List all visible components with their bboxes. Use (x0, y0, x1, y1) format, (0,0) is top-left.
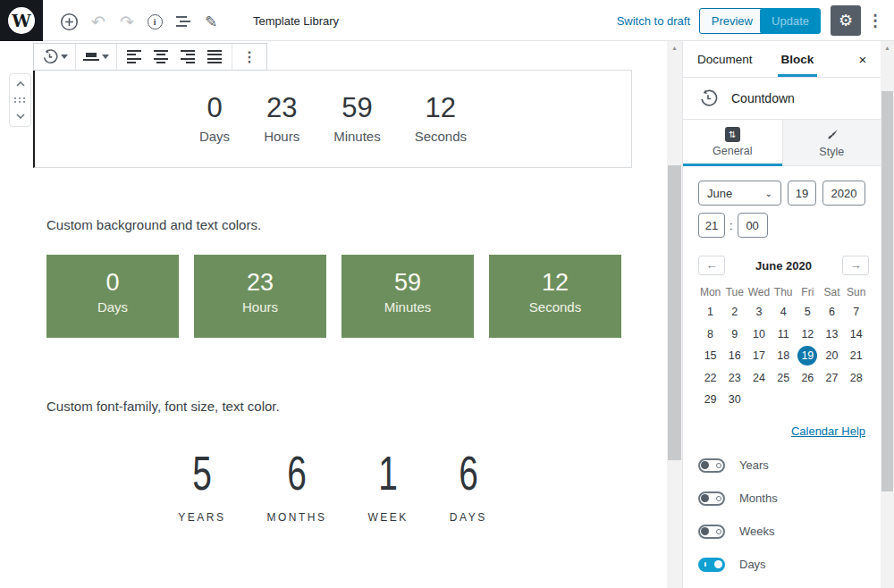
editor-canvas: ⋮ 0 Days 23 Hours (0, 41, 667, 588)
toggle-weeks[interactable] (698, 525, 725, 539)
close-icon: × (859, 52, 867, 67)
canvas-scrollbar[interactable]: ▲ (667, 41, 682, 588)
sidebar-scrollbar-thumb[interactable] (881, 91, 893, 491)
countdown-value: 59 (333, 92, 381, 124)
scroll-up-arrow-icon[interactable]: ▲ (667, 41, 682, 55)
block-inserter-button[interactable] (56, 9, 81, 34)
text-align-center-button[interactable] (148, 44, 174, 70)
more-dots-icon: ⋮ (867, 12, 883, 29)
more-options-button[interactable]: ⋮ (864, 9, 887, 32)
countdown-block-custom-font[interactable]: 5 YEARS 6 MONTHS 1 WEEK 6 DAYS (33, 445, 632, 524)
calendar-day[interactable]: 29 (698, 389, 722, 411)
countdown-block-selected[interactable]: 0 Days 23 Hours 59 Minutes 12 Seconds (33, 70, 632, 168)
calendar-day[interactable]: 26 (796, 367, 820, 390)
canvas-scrollbar-thumb[interactable] (668, 165, 681, 460)
paragraph-block-colors-caption[interactable]: Custom background and text colors. (46, 217, 261, 232)
block-toolbar: ⋮ (33, 43, 267, 71)
redo-button[interactable]: ↷ (114, 9, 139, 34)
countdown-value: 23 (264, 92, 299, 124)
tab-general[interactable]: ⇅ General (683, 120, 782, 166)
day-input[interactable] (788, 181, 816, 206)
calendar-day[interactable]: 9 (722, 323, 746, 346)
calendar-day[interactable]: 25 (772, 367, 796, 390)
calendar-day[interactable]: 28 (844, 367, 868, 390)
minute-input[interactable] (738, 213, 768, 238)
hour-input[interactable] (698, 213, 725, 238)
countdown-label: Minutes (333, 129, 381, 144)
text-align-left-button[interactable] (121, 44, 148, 70)
edit-mode-button[interactable]: ✎ (198, 9, 224, 34)
countdown-label: YEARS (178, 511, 225, 524)
calendar-day[interactable]: 20 (820, 345, 844, 367)
undo-button[interactable]: ↶ (86, 9, 111, 34)
calendar-day[interactable]: 4 (772, 301, 796, 323)
calendar-day[interactable]: 15 (698, 345, 722, 367)
block-more-options-button[interactable]: ⋮ (236, 44, 263, 70)
tab-document[interactable]: Document (683, 41, 767, 77)
tab-block[interactable]: Block (767, 41, 829, 77)
calendar-next-month-button[interactable]: → (842, 256, 869, 275)
countdown-label: Seconds (415, 129, 467, 144)
align-left-icon (127, 50, 141, 64)
calendar-day[interactable]: 24 (746, 367, 771, 390)
sidebar-scrollbar[interactable]: ▲ (881, 41, 894, 588)
calendar-day[interactable]: 13 (820, 323, 844, 346)
calendar-day[interactable]: 14 (844, 323, 868, 346)
calendar-day[interactable]: 30 (722, 389, 746, 411)
toggle-label: Weeks (739, 525, 775, 538)
year-input[interactable] (822, 181, 865, 206)
plus-circle-icon (60, 13, 79, 31)
block-navigation-button[interactable] (171, 9, 196, 34)
calendar-day[interactable]: 2 (722, 301, 746, 323)
calendar-day[interactable]: 7 (844, 301, 868, 323)
settings-button[interactable]: ⚙ (831, 5, 861, 36)
countdown-block-colored[interactable]: 0 Days 23 Hours 59 Minutes 12 Seconds (46, 255, 621, 338)
calendar-day[interactable]: 19 (796, 345, 820, 367)
calendar-prev-month-button[interactable]: ← (698, 256, 725, 275)
calendar-day[interactable]: 5 (796, 301, 820, 323)
calendar-day[interactable]: 21 (844, 345, 868, 367)
pencil-icon: ✎ (205, 14, 217, 29)
calendar-day[interactable]: 27 (820, 367, 844, 390)
toggle-years[interactable] (698, 458, 725, 473)
text-align-right-button[interactable] (174, 44, 201, 70)
calendar-day[interactable]: 23 (722, 367, 746, 390)
month-select[interactable]: June ⌄ (698, 181, 781, 206)
general-panel: June ⌄ : ← June 2020 → MonTueWedThuFriSa… (683, 166, 881, 572)
scroll-up-arrow-icon[interactable]: ▲ (881, 41, 894, 55)
move-block-down-button[interactable] (16, 111, 25, 122)
switch-to-draft-link[interactable]: Switch to draft (617, 0, 690, 41)
countdown-unit-years: 5 YEARS (178, 445, 225, 524)
calendar-day[interactable]: 10 (746, 323, 771, 346)
drag-handle[interactable] (14, 97, 26, 103)
wordpress-logo[interactable]: W (0, 0, 43, 41)
move-block-up-button[interactable] (16, 79, 25, 89)
update-button[interactable]: Update (760, 8, 821, 34)
alignment-button[interactable] (80, 44, 113, 70)
calendar-day[interactable]: 12 (796, 323, 820, 346)
calendar-day[interactable]: 3 (746, 301, 771, 323)
calendar-day[interactable]: 11 (772, 323, 796, 346)
calendar-day[interactable]: 16 (722, 345, 746, 367)
calendar-day[interactable]: 8 (698, 323, 722, 346)
paragraph-block-font-caption[interactable]: Custom font-family, font size, text colo… (46, 399, 280, 414)
tab-style[interactable]: Style (782, 120, 881, 166)
toggle-months[interactable] (698, 491, 725, 506)
calendar-day[interactable]: 6 (820, 301, 844, 323)
block-type-button[interactable] (38, 44, 72, 70)
calendar-help-link[interactable]: Calendar Help (791, 424, 865, 438)
toggle-days[interactable] (698, 558, 725, 572)
calendar-day[interactable]: 17 (746, 345, 771, 367)
countdown-value: 1 (378, 445, 398, 500)
unit-toggles: YearsMonthsWeeksDays (698, 458, 865, 572)
calendar-day[interactable]: 1 (698, 301, 722, 323)
text-align-justify-button[interactable] (201, 44, 228, 70)
calendar-day[interactable]: 18 (772, 345, 796, 367)
content-structure-button[interactable]: i (142, 9, 167, 34)
calendar-day[interactable]: 22 (698, 367, 722, 390)
preview-button[interactable]: Preview (699, 8, 765, 34)
close-sidebar-button[interactable]: × (850, 46, 875, 71)
countdown-value: 0 (199, 92, 230, 124)
toggle-label: Years (739, 458, 769, 472)
block-card: Countdown (683, 78, 881, 120)
